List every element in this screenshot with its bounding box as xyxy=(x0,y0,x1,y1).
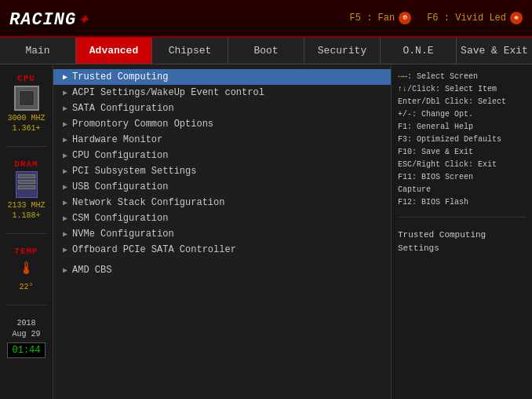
arrow-icon: ▶ xyxy=(63,72,67,82)
fan-icon: ⊕ xyxy=(399,12,411,24)
menu-item-csm-config[interactable]: ▶ CSM Configuration xyxy=(53,210,391,226)
time-display: 01:44 xyxy=(7,342,45,358)
menu-item-nvme-config[interactable]: ▶ NVMe Configuration xyxy=(53,226,391,242)
help-enter: Enter/Dbl Click: Select xyxy=(398,96,526,108)
help-text: ↔↔: Select Screen ↑↓/Click: Select Item … xyxy=(398,71,526,209)
nav-tabs: Main Advanced Chipset Boot Security O.N.… xyxy=(0,38,532,64)
arrow-icon: ▶ xyxy=(63,88,67,97)
help-f10: F10: Save & Exit xyxy=(398,146,526,159)
menu-item-hw-monitor[interactable]: ▶ Hardware Monitor xyxy=(53,132,391,148)
arrow-icon: ▶ xyxy=(63,229,67,239)
sidebar-divider-2 xyxy=(5,233,48,234)
logo: RACING✦ xyxy=(9,7,90,30)
arrow-icon: ▶ xyxy=(63,167,67,176)
arrow-icon: ▶ xyxy=(63,104,67,113)
help-esc: ESC/Right Click: Exit xyxy=(398,159,526,171)
arrow-icon: ▶ xyxy=(63,214,67,223)
datetime-section: 2018 Aug 29 01:44 xyxy=(0,315,53,361)
dram-value: 2133 MHZ 1.188+ xyxy=(7,200,45,221)
help-change-opt: +/-: Change Opt. xyxy=(398,108,526,121)
help-f1: F1: General Help xyxy=(398,121,526,134)
help-f12: F12: BIOS Flash xyxy=(398,196,526,209)
logo-text: RACING✦ xyxy=(9,7,90,30)
thermometer-icon: 🌡 xyxy=(18,258,35,280)
menu-item-sata-config[interactable]: ▶ SATA Configuration xyxy=(53,101,391,116)
tab-boot[interactable]: Boot xyxy=(228,38,304,64)
menu-item-amd-cbs[interactable]: ▶ AMD CBS xyxy=(53,262,391,278)
menu-item-offboard-pcie[interactable]: ▶ Offboard PCIe SATA Controller xyxy=(53,242,391,258)
arrow-icon: ▶ xyxy=(63,135,67,145)
sidebar: CPU 3000 MHZ 1.361+ DRAM 2133 MHZ 1.188+ xyxy=(0,64,53,399)
help-description: Trusted Computing Settings xyxy=(398,229,526,254)
led-icon: ❋ xyxy=(510,12,523,24)
menu-item-cpu-config[interactable]: ▶ CPU Configuration xyxy=(53,148,391,163)
cpu-icon xyxy=(14,86,39,111)
dram-section: DRAM 2133 MHZ 1.188+ xyxy=(0,156,53,224)
temp-label: TEMP xyxy=(14,247,38,256)
arrow-icon: ▶ xyxy=(63,151,67,160)
menu-item-trusted-computing[interactable]: ▶ Trusted Computing xyxy=(53,69,391,85)
tab-advanced[interactable]: Advanced xyxy=(76,38,152,64)
header-right: F5 : Fan ⊕ F6 : Vivid Led ❋ xyxy=(350,12,523,24)
help-f3: F3: Optimized Defaults xyxy=(398,134,526,146)
f5-fan-button[interactable]: F5 : Fan ⊕ xyxy=(350,12,412,24)
temp-value: 22° xyxy=(19,282,33,292)
f6-vivid-led-button[interactable]: F6 : Vivid Led ❋ xyxy=(427,12,523,24)
help-f11: F11: BIOS Screen xyxy=(398,171,526,184)
ram-icon xyxy=(16,171,38,198)
help-select-screen: ↔↔: Select Screen xyxy=(398,71,526,83)
sub-section: ▶ AMD CBS xyxy=(53,262,391,278)
sidebar-divider-1 xyxy=(5,146,48,147)
right-panel: ↔↔: Select Screen ↑↓/Click: Select Item … xyxy=(391,64,532,399)
cpu-label: CPU xyxy=(17,74,35,83)
date-display: 2018 Aug 29 xyxy=(12,318,40,340)
tab-security[interactable]: Security xyxy=(304,38,381,64)
help-divider xyxy=(398,217,526,218)
content-area: ▶ Trusted Computing ▶ ACPI Settings/Wake… xyxy=(53,64,391,399)
help-select-item: ↑↓/Click: Select Item xyxy=(398,83,526,96)
help-capture: Capture xyxy=(398,184,526,196)
menu-item-network-stack[interactable]: ▶ Network Stack Configuration xyxy=(53,195,391,210)
arrow-icon: ▶ xyxy=(63,182,67,192)
cpu-section: CPU 3000 MHZ 1.361+ xyxy=(0,71,53,137)
main-layout: CPU 3000 MHZ 1.361+ DRAM 2133 MHZ 1.188+ xyxy=(0,64,532,399)
arrow-icon: ▶ xyxy=(63,245,67,254)
tab-chipset[interactable]: Chipset xyxy=(152,38,228,64)
arrow-icon: ▶ xyxy=(63,119,67,129)
menu-item-pci-subsystem[interactable]: ▶ PCI Subsystem Settings xyxy=(53,163,391,179)
menu-item-promontory[interactable]: ▶ Promontory Common Options xyxy=(53,116,391,132)
menu-item-usb-config[interactable]: ▶ USB Configuration xyxy=(53,179,391,195)
dram-label: DRAM xyxy=(14,159,38,169)
header: RACING✦ F5 : Fan ⊕ F6 : Vivid Led ❋ xyxy=(0,0,532,38)
tab-one[interactable]: O.N.E xyxy=(381,38,457,64)
tab-main[interactable]: Main xyxy=(0,38,76,64)
sidebar-divider-3 xyxy=(5,305,48,306)
menu-item-acpi-settings[interactable]: ▶ ACPI Settings/WakeUp Event control xyxy=(53,85,391,101)
arrow-icon: ▶ xyxy=(63,265,67,275)
arrow-icon: ▶ xyxy=(63,198,67,207)
tab-save-exit[interactable]: Save & Exit xyxy=(457,38,532,64)
cpu-value: 3000 MHZ 1.361+ xyxy=(7,113,45,134)
temp-section: TEMP 🌡 22° xyxy=(0,243,53,295)
